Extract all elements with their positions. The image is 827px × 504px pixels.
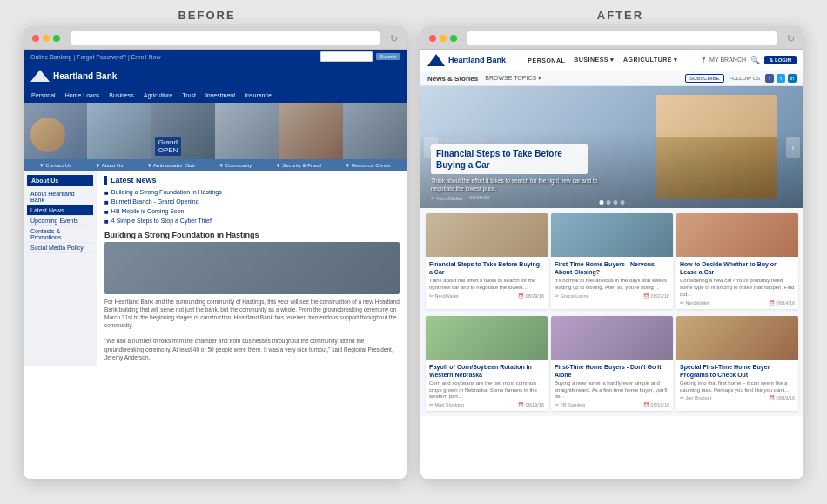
article-card-body-5: First-Time Home Buyers - Don't Go It Alo… <box>551 360 673 412</box>
refresh-icon-before[interactable]: ↻ <box>390 33 398 44</box>
subscribe-button[interactable]: SUBSCRIBE <box>685 74 724 83</box>
article-card-meta-3: ✏ NerdWallet ⏰ 08/14/16 <box>680 300 795 306</box>
subnav-resource[interactable]: ▼ Resource Center <box>342 162 393 169</box>
featured-date: 08/29/16 <box>469 195 489 201</box>
sub-header-left: News & Stories BROWSE TOPICS ▾ <box>427 75 541 83</box>
sidebar-news[interactable]: Latest News <box>27 205 93 216</box>
sidebar-contests[interactable]: Contests & Promotions <box>27 226 93 243</box>
online-banking-label: Online Banking | Forgot Password? | Enro… <box>30 54 161 60</box>
article-image <box>104 242 400 294</box>
subnav-security[interactable]: ▼ Security & Fraud <box>273 162 324 169</box>
login-section: Submit <box>320 51 400 62</box>
article-date-2: ⏰ 08/27/16 <box>643 293 669 299</box>
hero-img-4 <box>215 103 279 159</box>
article-card-title-3[interactable]: How to Decide Whether to Buy or Lease a … <box>680 260 795 276</box>
subnav-about[interactable]: ▼ About Us <box>92 162 125 169</box>
dot-red-after[interactable] <box>429 35 436 42</box>
nav-investment[interactable]: Investment <box>201 90 239 101</box>
article-card-body-1: Financial Steps to Take Before Buying a … <box>426 257 548 302</box>
article-card-title-2[interactable]: First-Time Home Buyers - Nervous About C… <box>555 260 669 276</box>
browser-chrome-after: ↻ <box>420 26 803 50</box>
sidebar-about[interactable]: About Heartland Bank <box>27 189 93 205</box>
subnav-community[interactable]: ▼ Community <box>216 162 254 169</box>
article-date-1: ⏰ 08/29/16 <box>518 293 544 299</box>
carousel-dot-2[interactable] <box>607 200 611 205</box>
dot-red[interactable] <box>32 35 39 42</box>
hero-img-3: GrandOPEN <box>151 103 215 159</box>
article-date-5: ⏰ 08/19/16 <box>643 402 669 407</box>
facebook-icon[interactable]: f <box>765 74 774 83</box>
carousel-dot-3[interactable] <box>614 200 618 205</box>
before-article-area: Latest News ■ Building a Strong Foundati… <box>97 171 407 366</box>
sidebar-social[interactable]: Social Media Policy <box>27 243 93 253</box>
nav-homeloans[interactable]: Home Loans <box>61 90 104 101</box>
nav-business[interactable]: Business <box>104 90 138 101</box>
featured-description: Think about the effort it takes to searc… <box>431 177 605 192</box>
twitter-icon[interactable]: t <box>777 74 785 83</box>
refresh-icon-after[interactable]: ↻ <box>787 33 795 44</box>
article-card-text-3: Considering a new car? You'll probably n… <box>680 278 795 298</box>
after-nav-agriculture[interactable]: AGRICULTURE ▾ <box>623 57 678 64</box>
submit-button[interactable]: Submit <box>376 53 400 60</box>
carousel-dot-1[interactable] <box>600 200 604 205</box>
nav-agriculture[interactable]: Agriculture <box>139 90 177 101</box>
carousel-dot-4[interactable] <box>621 200 625 205</box>
article-card-title-4[interactable]: Payoff of Corn/Soybean Rotation in Weste… <box>429 363 544 379</box>
browse-topics[interactable]: BROWSE TOPICS ▾ <box>485 75 541 82</box>
article-card-6: Special First-Time Home Buyer Programs t… <box>676 316 798 412</box>
article-card-img-1 <box>426 213 548 257</box>
news-link-4[interactable]: ■ 4 Simple Steps to Stop a Cyber Thief <box>104 217 400 226</box>
dot-green-after[interactable] <box>450 35 457 42</box>
news-section-label: News & Stories <box>427 75 478 83</box>
featured-author: ✏ NerdWallet <box>431 195 462 201</box>
article-author-4: ✏ Matt Stockton <box>429 402 464 407</box>
subnav-contact[interactable]: ▼ Contact Us <box>37 162 74 169</box>
after-nav-personal[interactable]: PERSONAL <box>528 57 565 64</box>
after-logo-icon <box>427 53 445 67</box>
article-card-body-2: First-Time Home Buyers - Nervous About C… <box>551 257 673 302</box>
after-browser: ↻ Heartland Bank PERSONAL BUSINESS ▾ AGR… <box>420 26 803 479</box>
article-card-title-5[interactable]: First-Time Home Buyers - Don't Go It Alo… <box>555 363 669 379</box>
sidebar-events[interactable]: Upcoming Events <box>27 216 93 226</box>
browser-dots-after <box>429 35 457 42</box>
social-icons: f t in <box>765 74 797 83</box>
news-link-3[interactable]: ■ HB Mobile is Coming Soon! <box>104 207 400 217</box>
article-author-6: ✏ Jon Broduer <box>680 395 712 400</box>
dot-yellow[interactable] <box>43 35 50 42</box>
nav-personal[interactable]: Personal <box>27 90 60 101</box>
article-card-meta-2: ✏ Gracie Lorine ⏰ 08/27/16 <box>555 293 669 299</box>
username-input[interactable] <box>320 51 373 62</box>
dot-green[interactable] <box>53 35 60 42</box>
article-card-title-1[interactable]: Financial Steps to Take Before Buying a … <box>429 260 544 276</box>
browser-dots <box>32 35 60 42</box>
before-hero: GrandOPEN <box>24 103 407 159</box>
article-card-3: How to Decide Whether to Buy or Lease a … <box>676 213 798 309</box>
login-button[interactable]: & LOGIN <box>764 56 797 64</box>
article-card-4: Payoff of Corn/Soybean Rotation in Weste… <box>426 316 548 412</box>
nav-insurance[interactable]: Insurance <box>240 90 276 101</box>
url-bar-after[interactable] <box>467 31 777 45</box>
subnav-ambassador[interactable]: ▼ Ambassador Club <box>145 162 198 169</box>
nav-trust[interactable]: Trust <box>178 90 200 101</box>
before-main-content: About Us About Heartland Bank Latest New… <box>24 171 407 366</box>
article-card-text-4: Corn and soybeans are the two most commo… <box>429 380 544 400</box>
article-card-meta-4: ✏ Matt Stockton ⏰ 08/19/16 <box>429 402 544 407</box>
linkedin-icon[interactable]: in <box>788 74 797 83</box>
dot-yellow-after[interactable] <box>440 35 447 42</box>
after-nav-business[interactable]: BUSINESS ▾ <box>574 57 615 64</box>
carousel-dots <box>600 200 625 205</box>
after-articles-row-2: Payoff of Corn/Soybean Rotation in Weste… <box>420 314 803 417</box>
online-banking-section: Online Banking | Forgot Password? | Enro… <box>30 54 161 60</box>
article-card-meta-6: ✏ Jon Broduer ⏰ 08/19/16 <box>680 395 795 400</box>
search-icon[interactable]: 🔍 <box>750 56 760 64</box>
url-bar-before[interactable] <box>71 31 380 45</box>
featured-title[interactable]: Financial Steps to Take Before Buying a … <box>431 144 588 174</box>
hero-img-5 <box>279 103 342 159</box>
article-card-body-6: Special First-Time Home Buyer Programs t… <box>676 360 798 405</box>
news-link-2[interactable]: ■ Burnett Branch - Grand Opening <box>104 198 400 207</box>
news-link-1[interactable]: ■ Building a Strong Foundation in Hastin… <box>104 188 400 198</box>
article-card-title-6[interactable]: Special First-Time Home Buyer Programs t… <box>680 363 795 379</box>
logo-icon-before <box>30 68 50 84</box>
before-sub-nav: ▼ Contact Us ▼ About Us ▼ Ambassador Clu… <box>24 159 407 171</box>
featured-tag: FEATURED STORY <box>431 138 793 143</box>
